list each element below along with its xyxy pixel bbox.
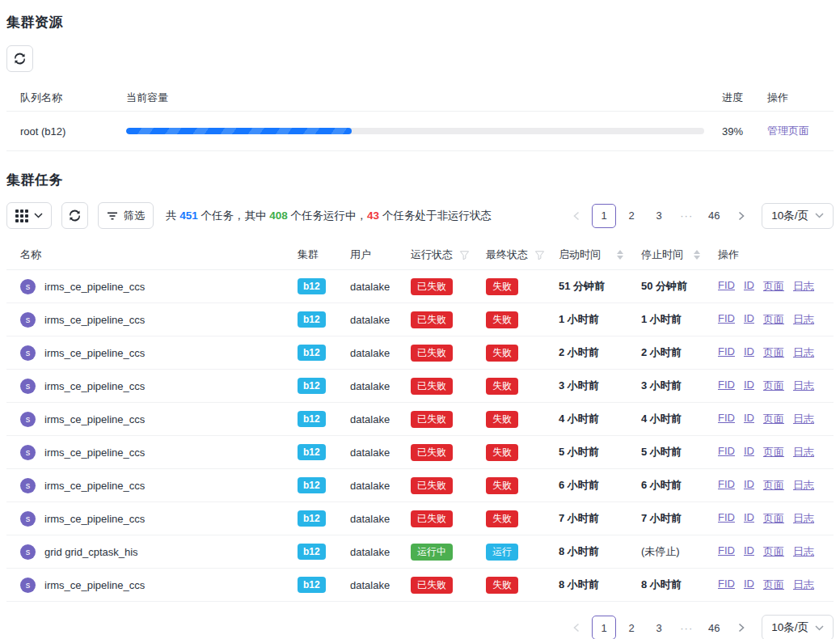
- row-action-link[interactable]: ID: [744, 544, 754, 559]
- page-size-select[interactable]: 10条/页: [762, 615, 834, 639]
- row-action-link[interactable]: ID: [744, 412, 754, 426]
- avatar: s: [20, 578, 36, 593]
- pagination-next[interactable]: [729, 616, 753, 639]
- row-action-link[interactable]: ID: [744, 379, 754, 393]
- running-count: 408: [269, 209, 288, 222]
- row-action-link[interactable]: ID: [744, 445, 754, 459]
- page-size-select[interactable]: 10条/页: [762, 203, 834, 229]
- manage-page-link[interactable]: 管理页面: [767, 125, 809, 137]
- row-action-link[interactable]: 页面: [763, 379, 784, 393]
- grid-icon: [15, 209, 28, 222]
- row-action-link[interactable]: 页面: [763, 312, 784, 327]
- start-time: 8 小时前: [552, 544, 635, 559]
- row-action-link[interactable]: 日志: [793, 578, 814, 592]
- run-status-badge: 已失败: [411, 411, 453, 428]
- row-action-link[interactable]: 页面: [763, 478, 784, 493]
- task-name: irms_ce_pipeline_ccs: [44, 380, 145, 392]
- pagination-next[interactable]: [729, 204, 753, 228]
- chevron-down-icon: [815, 213, 824, 218]
- row-action-link[interactable]: ID: [744, 345, 754, 360]
- stop-time: 4 小时前: [635, 412, 711, 426]
- start-time-sort-icon[interactable]: [617, 250, 623, 260]
- row-action-link[interactable]: ID: [744, 478, 754, 493]
- row-action-link[interactable]: ID: [744, 312, 754, 327]
- row-action-link[interactable]: 日志: [793, 445, 814, 459]
- pagination-page-46[interactable]: 46: [702, 204, 726, 228]
- pagination-page-46[interactable]: 46: [702, 616, 726, 639]
- row-action-link[interactable]: ID: [744, 279, 754, 294]
- run-status-badge: 已失败: [411, 444, 453, 461]
- table-row: s irms_ce_pipeline_ccs b12 datalake 已失败 …: [6, 469, 834, 502]
- cluster-badge: b12: [298, 544, 326, 560]
- final-status-filter-icon[interactable]: [534, 250, 545, 260]
- table-row: s irms_ce_pipeline_ccs b12 datalake 已失败 …: [6, 270, 834, 303]
- avatar: s: [20, 312, 36, 328]
- col-user: 用户: [344, 248, 404, 262]
- row-action-link[interactable]: 页面: [763, 345, 784, 360]
- row-action-link[interactable]: 日志: [793, 345, 814, 360]
- row-action-link[interactable]: 日志: [793, 312, 814, 327]
- filter-button[interactable]: 筛选: [98, 202, 154, 229]
- col-actions: 操作: [711, 248, 834, 262]
- pagination-page-2[interactable]: 2: [619, 204, 644, 228]
- row-action-link[interactable]: 日志: [793, 412, 814, 426]
- summary-text: 个任务，其中: [198, 209, 270, 222]
- run-status-filter-icon[interactable]: [459, 250, 470, 260]
- row-action-link[interactable]: FID: [718, 544, 735, 559]
- stop-time: 2 小时前: [635, 345, 711, 360]
- pagination-page-3[interactable]: 3: [647, 616, 671, 639]
- start-time: 4 小时前: [552, 412, 635, 426]
- row-action-link[interactable]: FID: [718, 511, 735, 526]
- row-action-link[interactable]: FID: [718, 312, 735, 327]
- row-action-link[interactable]: ID: [744, 578, 754, 592]
- task-name: irms_ce_pipeline_ccs: [44, 347, 145, 359]
- avatar: s: [20, 445, 36, 460]
- stop-time: 1 小时前: [635, 312, 711, 327]
- row-action-link[interactable]: 日志: [793, 478, 814, 493]
- row-action-link[interactable]: FID: [718, 412, 735, 426]
- row-action-link[interactable]: FID: [718, 478, 735, 493]
- row-action-link[interactable]: 日志: [793, 279, 814, 294]
- queue-name: root (b12): [6, 125, 120, 138]
- pagination-page-2[interactable]: 2: [619, 616, 644, 639]
- start-time: 6 小时前: [552, 478, 635, 493]
- row-action-link[interactable]: FID: [718, 279, 735, 294]
- row-actions: FIDID页面日志: [711, 312, 834, 327]
- pagination-prev[interactable]: [564, 204, 589, 228]
- table-row: s irms_ce_pipeline_ccs b12 datalake 已失败 …: [6, 569, 834, 602]
- row-action-link[interactable]: FID: [718, 345, 735, 360]
- row-action-link[interactable]: 页面: [763, 279, 784, 294]
- row-action-link[interactable]: FID: [718, 578, 735, 592]
- progress-value: 39%: [715, 125, 761, 138]
- row-action-link[interactable]: 日志: [793, 511, 814, 526]
- row-action-link[interactable]: 日志: [793, 544, 814, 559]
- row-action-link[interactable]: 页面: [763, 445, 784, 459]
- row-action-link[interactable]: FID: [718, 379, 735, 393]
- column-settings-button[interactable]: [6, 202, 52, 229]
- row-action-link[interactable]: 页面: [763, 578, 784, 592]
- cluster-badge: b12: [298, 477, 326, 493]
- capacity-progress-fill: [126, 128, 352, 134]
- stop-time-sort-icon[interactable]: [694, 250, 700, 260]
- row-action-link[interactable]: FID: [718, 445, 735, 459]
- row-action-link[interactable]: 页面: [763, 511, 784, 526]
- row-action-link[interactable]: ID: [744, 511, 754, 526]
- pagination-page-1[interactable]: 1: [592, 616, 616, 639]
- user-cell: datalake: [344, 546, 404, 558]
- pagination-page-3[interactable]: 3: [647, 204, 671, 228]
- pagination-ellipsis[interactable]: ···: [674, 616, 699, 639]
- task-name: irms_ce_pipeline_ccs: [44, 513, 145, 525]
- row-action-link[interactable]: 日志: [793, 379, 814, 393]
- pagination-prev[interactable]: [564, 616, 589, 639]
- row-actions: FIDID页面日志: [711, 412, 834, 426]
- tasks-table-body: s irms_ce_pipeline_ccs b12 datalake 已失败 …: [6, 270, 834, 602]
- pagination-ellipsis[interactable]: ···: [674, 204, 699, 228]
- capacity-progress-bar: [126, 128, 704, 134]
- pagination-page-1[interactable]: 1: [592, 204, 616, 228]
- table-row: s irms_ce_pipeline_ccs b12 datalake 已失败 …: [6, 370, 834, 403]
- resources-refresh-button[interactable]: [6, 45, 33, 72]
- tasks-refresh-button[interactable]: [61, 202, 88, 229]
- row-action-link[interactable]: 页面: [763, 544, 784, 559]
- row-action-link[interactable]: 页面: [763, 412, 784, 426]
- run-status-badge: 已失败: [411, 577, 453, 594]
